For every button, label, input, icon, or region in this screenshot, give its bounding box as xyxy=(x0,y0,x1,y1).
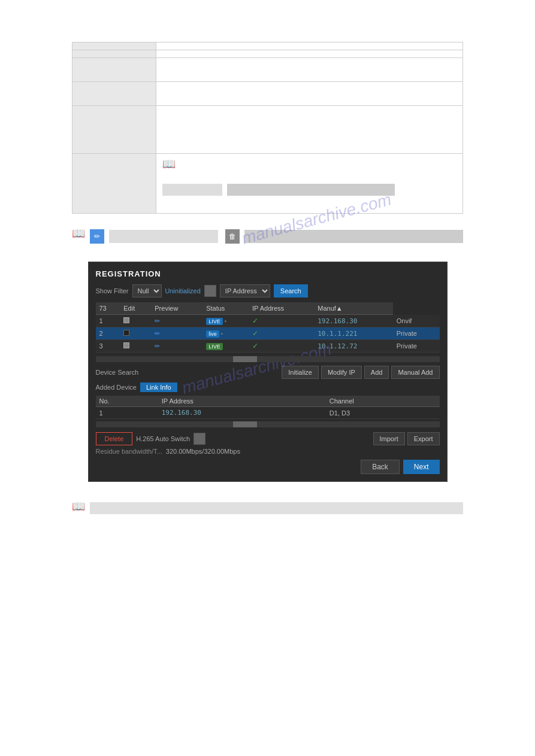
dot-indicator-2: • xyxy=(221,331,223,337)
device-table-header-row: 73 Edit Preview Status IP Address Manuf▲ xyxy=(96,302,440,315)
filter-row: Show Filter Null Uninitialized IP Addres… xyxy=(96,284,440,297)
edit-pen-2[interactable]: ✏ xyxy=(155,330,160,337)
col-manuf: Manuf▲ xyxy=(314,302,392,315)
device-table-scrollbar[interactable] xyxy=(96,356,440,362)
device-check: ✓ xyxy=(249,340,314,353)
device-manuf-2: Private xyxy=(393,327,440,340)
device-live: live • xyxy=(202,327,249,340)
live-badge-2: live xyxy=(206,330,219,338)
filter-label: Show Filter xyxy=(96,287,129,294)
import-export-buttons: Import Export xyxy=(373,432,440,445)
manual-add-button[interactable]: Manual Add xyxy=(391,366,439,379)
table-label-cell xyxy=(72,154,156,214)
import-button[interactable]: Import xyxy=(373,432,405,445)
added-col-ip: IP Address xyxy=(158,396,326,407)
col-status: Status xyxy=(202,302,249,315)
added-col-no: No. xyxy=(96,396,158,407)
live-badge-3: LIVE xyxy=(206,343,223,350)
device-row-1: 1 ✏ LIVE • ✓ 192.168.30 Onvif xyxy=(96,315,440,327)
col-no: 73 xyxy=(96,302,120,315)
registration-title: REGISTRATION xyxy=(96,269,440,278)
registration-dialog: REGISTRATION Show Filter Null Uninitiali… xyxy=(88,262,448,482)
ip-address-dropdown[interactable]: IP Address xyxy=(220,284,270,297)
note-bar-1 xyxy=(162,184,222,196)
table-value-cell xyxy=(156,106,463,154)
delete-button[interactable]: 🗑 xyxy=(225,229,240,244)
bandwidth-label: Residue bandwidth/T... xyxy=(96,448,162,455)
delete-button[interactable]: Delete xyxy=(96,432,133,445)
action-buttons: Initialize Modify IP Add Manual Add xyxy=(282,366,439,379)
info-table: 📖 xyxy=(72,42,463,214)
export-button[interactable]: Export xyxy=(407,432,440,445)
device-check: ✓ xyxy=(249,315,314,327)
edit-pen-3[interactable]: ✏ xyxy=(155,342,160,350)
h265-color-box xyxy=(194,433,205,445)
device-row-3: 3 ✏ LIVE ✓ 10.1.12.72 Private xyxy=(96,340,440,353)
table-label-cell xyxy=(72,106,156,154)
table-label-cell xyxy=(72,82,156,106)
device-manuf-3: Private xyxy=(393,340,440,353)
filter-dropdown[interactable]: Null xyxy=(132,284,162,297)
device-ip-3: 10.1.12.72 xyxy=(314,340,392,353)
device-edit[interactable]: ✏ xyxy=(151,315,202,327)
table-label-cell xyxy=(72,58,156,82)
status-dot-3 xyxy=(123,342,129,348)
scrollbar-thumb xyxy=(233,356,257,362)
edit-button[interactable]: ✏ xyxy=(90,229,104,244)
next-button[interactable]: Next xyxy=(403,460,440,474)
bottom-note-section: 📖 xyxy=(72,500,463,514)
checkmark-3: ✓ xyxy=(252,342,258,350)
h265-label: H.265 Auto Switch xyxy=(136,435,190,442)
note-gray-bar-1 xyxy=(109,230,218,243)
search-button[interactable]: Search xyxy=(274,284,308,297)
bandwidth-value: 320.00Mbps/320.00Mbps xyxy=(166,448,240,455)
col-edit: Edit xyxy=(120,302,151,315)
bottom-gray-bar xyxy=(90,502,463,514)
device-dot xyxy=(120,340,151,353)
device-live: LIVE xyxy=(202,340,249,353)
table-row xyxy=(72,106,463,154)
device-search-row: Device Search Initialize Modify IP Add M… xyxy=(96,366,440,379)
added-no: 1 xyxy=(96,407,158,419)
added-ip: 192.168.30 xyxy=(158,407,326,419)
col-ip: IP Address xyxy=(249,302,314,315)
note-text-block: ✏ 🗑 xyxy=(90,226,463,244)
status-dot-1 xyxy=(123,317,129,323)
added-table-header-row: No. IP Address Channel xyxy=(96,396,440,407)
added-col-channel: Channel xyxy=(326,396,440,407)
table-value-cell xyxy=(156,82,463,106)
device-ip-1: 192.168.30 xyxy=(314,315,392,327)
device-edit[interactable]: ✏ xyxy=(151,327,202,340)
add-button[interactable]: Add xyxy=(364,366,389,379)
col-preview: Preview xyxy=(151,302,202,315)
table-row xyxy=(72,42,463,50)
book-icon: 📖 xyxy=(162,157,176,171)
initialize-button[interactable]: Initialize xyxy=(282,366,319,379)
edit-pen-1[interactable]: ✏ xyxy=(155,317,160,324)
device-dot xyxy=(120,315,151,327)
back-button[interactable]: Back xyxy=(361,460,400,474)
note-bar-2 xyxy=(227,184,395,196)
device-edit[interactable]: ✏ xyxy=(151,340,202,353)
table-row xyxy=(72,58,463,82)
live-badge-1: LIVE xyxy=(206,318,223,325)
device-check: ✓ xyxy=(249,327,314,340)
checkmark-1: ✓ xyxy=(252,317,258,325)
added-scrollbar-thumb xyxy=(233,421,257,427)
navigation-row: Back Next xyxy=(96,460,440,474)
added-device-label: Added Device xyxy=(96,384,137,391)
table-value-cell: 📖 xyxy=(156,154,463,214)
note-section: 📖 ✏ 🗑 xyxy=(72,226,463,244)
added-table-scrollbar[interactable] xyxy=(96,421,440,427)
device-live: LIVE • xyxy=(202,315,249,327)
link-info-tab[interactable]: Link Info xyxy=(140,382,177,392)
bandwidth-row: Residue bandwidth/T... 320.00Mbps/320.00… xyxy=(96,448,440,455)
added-device-row: Added Device Link Info xyxy=(96,382,440,392)
device-row-2: 2 ✏ live • ✓ 10.1.1.221 Private xyxy=(96,327,440,340)
device-search-label: Device Search xyxy=(96,369,139,376)
table-value-cell xyxy=(156,58,463,82)
device-no: 3 xyxy=(96,340,120,353)
filter-color-box xyxy=(204,285,216,297)
checkmark-2: ✓ xyxy=(252,329,258,338)
modify-ip-button[interactable]: Modify IP xyxy=(321,366,362,379)
